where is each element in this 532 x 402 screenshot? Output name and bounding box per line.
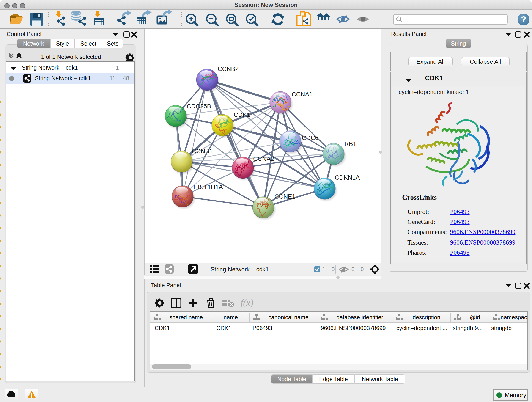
svg-text:CCNB2: CCNB2 bbox=[218, 65, 239, 72]
svg-text:RB1: RB1 bbox=[344, 140, 356, 147]
svg-text:CCNA1: CCNA1 bbox=[292, 91, 313, 98]
svg-text:CCNA2: CCNA2 bbox=[253, 155, 274, 162]
svg-text:CCNB1: CCNB1 bbox=[192, 148, 213, 155]
svg-text:CDKN1A: CDKN1A bbox=[335, 174, 360, 181]
svg-text:CDC25B: CDC25B bbox=[187, 103, 211, 110]
svg-text:HIST1H1A: HIST1H1A bbox=[193, 184, 223, 191]
svg-text:CDK1: CDK1 bbox=[234, 111, 250, 118]
svg-text:CDC6: CDC6 bbox=[302, 134, 319, 141]
svg-text:CCNE1: CCNE1 bbox=[274, 193, 296, 200]
